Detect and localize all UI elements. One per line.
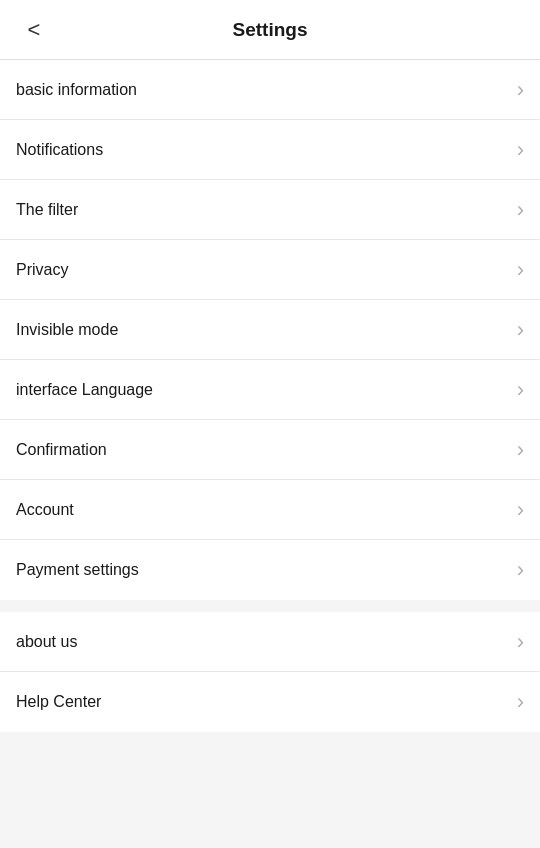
menu-item-label-payment-settings: Payment settings	[16, 561, 139, 579]
menu-item-label-confirmation: Confirmation	[16, 441, 107, 459]
chevron-right-icon	[517, 379, 524, 401]
back-button[interactable]: <	[16, 12, 52, 48]
chevron-right-icon	[517, 691, 524, 713]
chevron-right-icon	[517, 559, 524, 581]
chevron-right-icon	[517, 259, 524, 281]
menu-item-account[interactable]: Account	[0, 480, 540, 540]
menu-item-label-invisible-mode: Invisible mode	[16, 321, 118, 339]
header: < Settings	[0, 0, 540, 60]
menu-item-confirmation[interactable]: Confirmation	[0, 420, 540, 480]
menu-item-label-help-center: Help Center	[16, 693, 101, 711]
menu-item-payment-settings[interactable]: Payment settings	[0, 540, 540, 600]
chevron-right-icon	[517, 319, 524, 341]
chevron-right-icon	[517, 79, 524, 101]
menu-item-about-us[interactable]: about us	[0, 612, 540, 672]
main-settings-section: basic informationNotificationsThe filter…	[0, 60, 540, 600]
menu-item-label-interface-language: interface Language	[16, 381, 153, 399]
chevron-right-icon	[517, 439, 524, 461]
chevron-right-icon	[517, 499, 524, 521]
menu-item-label-basic-information: basic information	[16, 81, 137, 99]
chevron-right-icon	[517, 139, 524, 161]
menu-item-label-privacy: Privacy	[16, 261, 68, 279]
menu-item-invisible-mode[interactable]: Invisible mode	[0, 300, 540, 360]
menu-item-help-center[interactable]: Help Center	[0, 672, 540, 732]
menu-item-basic-information[interactable]: basic information	[0, 60, 540, 120]
page-title: Settings	[233, 19, 308, 41]
secondary-settings-section: about usHelp Center	[0, 612, 540, 732]
menu-item-privacy[interactable]: Privacy	[0, 240, 540, 300]
chevron-right-icon	[517, 199, 524, 221]
menu-item-label-notifications: Notifications	[16, 141, 103, 159]
menu-item-label-about-us: about us	[16, 633, 77, 651]
menu-item-label-the-filter: The filter	[16, 201, 78, 219]
chevron-right-icon	[517, 631, 524, 653]
menu-item-label-account: Account	[16, 501, 74, 519]
menu-item-notifications[interactable]: Notifications	[0, 120, 540, 180]
menu-item-interface-language[interactable]: interface Language	[0, 360, 540, 420]
back-icon: <	[28, 17, 41, 43]
menu-item-the-filter[interactable]: The filter	[0, 180, 540, 240]
